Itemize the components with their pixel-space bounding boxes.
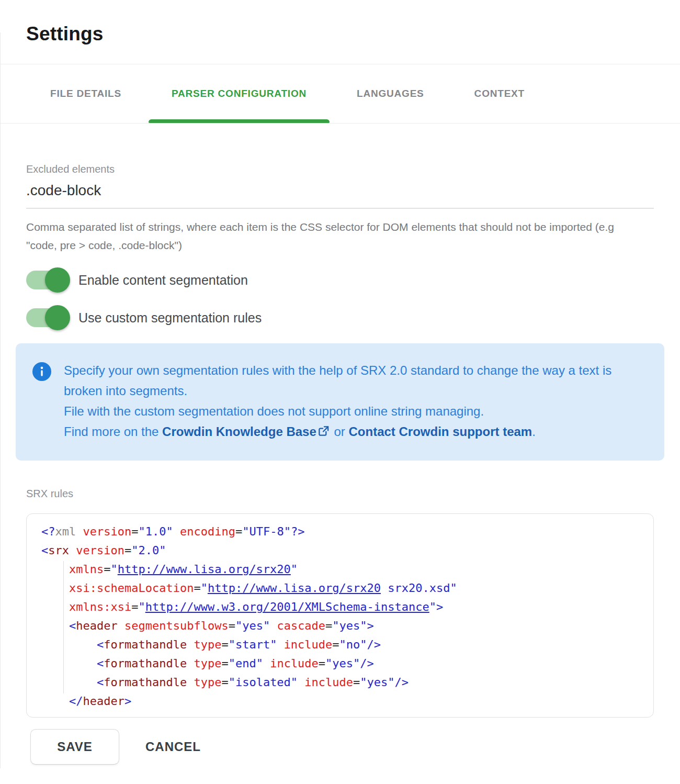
srx-rules-label: SRX rules xyxy=(26,488,654,500)
info-paragraph-2: File with the custom segmentation does n… xyxy=(64,401,621,421)
tab-label: FILE DETAILS xyxy=(50,88,121,99)
info-or-text: or xyxy=(331,424,349,439)
xml-code: <?xml version="1.0" encoding="UTF-8"?><s… xyxy=(41,522,648,711)
tab-bar: FILE DETAILS PARSER CONFIGURATION LANGUA… xyxy=(0,64,680,124)
toggle-switch-on[interactable] xyxy=(26,270,67,290)
toggle-row: Enable content segmentation xyxy=(26,270,654,290)
tab-label: CONTEXT xyxy=(474,88,525,99)
info-text: Specify your own segmentation rules with… xyxy=(64,360,621,442)
code-line: <?xml version="1.0" encoding="UTF-8"?> xyxy=(41,522,648,541)
code-line: </header> xyxy=(41,692,648,711)
code-line: <formathandle type="end" include="yes"/> xyxy=(41,654,648,673)
tab-label: PARSER CONFIGURATION xyxy=(172,88,307,99)
page-title: Settings xyxy=(26,23,654,45)
code-line: xmlns="http://www.lisa.org/srx20" xyxy=(41,560,648,579)
info-period: . xyxy=(532,424,536,439)
save-button[interactable]: SAVE xyxy=(30,729,119,765)
excluded-elements-label: Excluded elements xyxy=(26,163,654,175)
tab-label: LANGUAGES xyxy=(357,88,424,99)
info-icon xyxy=(32,362,51,381)
info-find-more-text: Find more on the xyxy=(64,424,162,439)
toggle-thumb xyxy=(45,267,70,293)
panel-left-border xyxy=(0,32,1,768)
code-line: xmlns:xsi="http://www.w3.org/2001/XMLSch… xyxy=(41,598,648,617)
tab-languages[interactable]: LANGUAGES xyxy=(334,64,447,123)
toggle-row: Use custom segmentation rules xyxy=(26,308,654,328)
excluded-elements-help: Comma separated list of strings, where e… xyxy=(26,218,622,254)
settings-header: Settings xyxy=(0,0,680,64)
segmentation-info-box: Specify your own segmentation rules with… xyxy=(16,343,664,461)
action-buttons: SAVE CANCEL xyxy=(26,729,654,765)
code-line: <formathandle type="start" include="no"/… xyxy=(41,635,648,654)
external-link-icon xyxy=(318,425,330,437)
indent-guide xyxy=(63,561,64,693)
code-line: <header segmentsubflows="yes" cascade="y… xyxy=(41,617,648,635)
srx-rules-editor[interactable]: <?xml version="1.0" encoding="UTF-8"?><s… xyxy=(26,513,654,718)
cancel-button[interactable]: CANCEL xyxy=(137,734,209,759)
tab-file-details[interactable]: FILE DETAILS xyxy=(27,64,144,123)
code-line: xsi:schemaLocation="http://www.lisa.org/… xyxy=(41,579,648,598)
toggle-list: Enable content segmentationUse custom se… xyxy=(26,270,654,328)
info-paragraph-1: Specify your own segmentation rules with… xyxy=(64,360,621,401)
tab-context[interactable]: CONTEXT xyxy=(451,64,548,123)
toggle-switch-on[interactable] xyxy=(26,308,67,328)
excluded-elements-input[interactable]: .code-block xyxy=(26,182,654,209)
toggle-label: Enable content segmentation xyxy=(78,273,248,288)
toggle-thumb xyxy=(45,305,70,330)
toggle-label: Use custom segmentation rules xyxy=(78,310,262,326)
code-line: <formathandle type="isolated" include="y… xyxy=(41,673,648,692)
contact-support-link[interactable]: Contact Crowdin support team xyxy=(349,424,532,439)
knowledge-base-link[interactable]: Crowdin Knowledge Base xyxy=(162,424,316,439)
parser-configuration-panel: Excluded elements .code-block Comma sepa… xyxy=(0,163,680,765)
tab-parser-configuration[interactable]: PARSER CONFIGURATION xyxy=(149,64,330,123)
info-paragraph-3: Find more on the Crowdin Knowledge Base … xyxy=(64,421,621,442)
code-line: <srx version="2.0" xyxy=(41,541,648,560)
